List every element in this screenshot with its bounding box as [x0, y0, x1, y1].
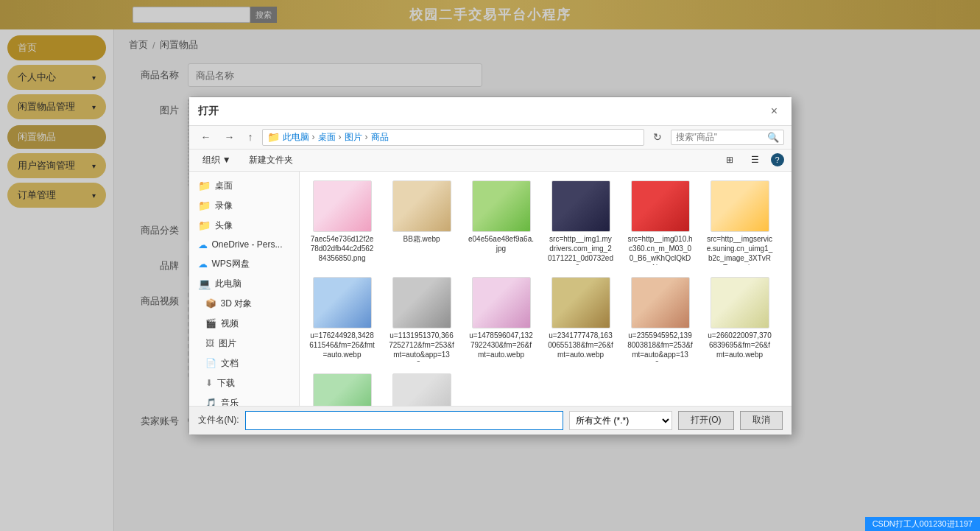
- sidebar-camera-folder[interactable]: 📁 录像: [189, 196, 299, 216]
- file-name: u=176244928,3428611546&fm=26&fmt=auto.we…: [309, 331, 376, 359]
- file-item[interactable]: u=176244928,3428611546&fm=26&fmt=auto.we…: [306, 274, 379, 365]
- dialog-cancel-button[interactable]: 取消: [740, 411, 783, 430]
- nav-back-button[interactable]: ←: [197, 130, 216, 144]
- file-item[interactable]: 7aec54e736d12f2e78d02dfb44c2d56284356850…: [306, 177, 379, 268]
- sidebar-documents[interactable]: 📄 文档: [189, 354, 299, 373]
- sidebar-item-label: 此电脑: [215, 278, 242, 290]
- file-name: e04e56ae48ef9a6a.jpg: [468, 234, 535, 253]
- file-item[interactable]: BB霜.webp: [385, 177, 459, 268]
- file-thumbnail: [313, 373, 372, 406]
- file-name: u=1478596047,1327922430&fm=26&fmt=auto.w…: [468, 331, 535, 359]
- file-name: u=1131951370,3667252712&fm=253&fmt=auto&…: [389, 331, 455, 362]
- path-desktop[interactable]: 桌面: [318, 131, 336, 144]
- folder-3d-icon: 📦: [205, 298, 216, 309]
- path-pc[interactable]: 此电脑: [283, 131, 309, 144]
- file-thumbnail: [631, 180, 690, 232]
- file-name: src=http__imgservice.suning.cn_uimg1_b2c…: [707, 234, 773, 265]
- dialog-body: 📁 桌面 📁 录像 📁 头像 ☁ OneDrive - Pers... ☁: [189, 172, 792, 406]
- folder-icon: 📁: [198, 200, 211, 211]
- file-thumbnail: [711, 180, 769, 232]
- path-goods[interactable]: 商品: [371, 131, 389, 144]
- sidebar-item-label: 桌面: [215, 180, 233, 192]
- dialog-search-bar: 🔍: [671, 130, 784, 145]
- dialog-search-input[interactable]: [676, 132, 764, 142]
- folder-icon: 📁: [198, 180, 211, 191]
- images-icon: 🖼: [205, 338, 214, 348]
- downloads-icon: ⬇: [205, 378, 213, 388]
- file-name: u=2341777478,16300655138&fm=26&fmt=auto.…: [548, 331, 614, 359]
- cloud-icon: ☁: [198, 239, 208, 250]
- documents-icon: 📄: [205, 358, 216, 368]
- new-folder-button[interactable]: 新建文件夹: [243, 152, 299, 168]
- dialog-sidebar: 📁 桌面 📁 录像 📁 头像 ☁ OneDrive - Pers... ☁: [189, 172, 300, 406]
- sidebar-avatar-folder[interactable]: 📁 头像: [189, 216, 299, 236]
- file-item[interactable]: u=1478596047,1327922430&fm=26&fmt=auto.w…: [465, 274, 538, 365]
- sidebar-item-label: 图片: [219, 337, 236, 350]
- dialog-bottom-bar: 文件名(N): 所有文件 (*.*) 打开(O) 取消: [189, 406, 792, 435]
- file-name: BB霜.webp: [403, 234, 440, 244]
- file-item[interactable]: u=2660220097,3706839695&fm=26&fmt=auto.w…: [703, 274, 777, 365]
- sidebar-item-label: 头像: [215, 219, 233, 232]
- sidebar-my-pc[interactable]: 💻 此电脑: [189, 274, 299, 294]
- computer-icon: 💻: [198, 278, 211, 289]
- sidebar-wps[interactable]: ☁ WPS网盘: [189, 254, 299, 274]
- view-list-button[interactable]: ☰: [745, 153, 765, 166]
- file-item[interactable]: e04e56ae48ef9a6a.jpg: [465, 177, 538, 268]
- organize-button[interactable]: 组织 ▼: [197, 152, 237, 168]
- dialog-overlay: 打开 × ← → ↑ 📁 此电脑 › 桌面 › 图片 › 商品 ↻ 🔍: [0, 0, 980, 531]
- file-thumbnail: [472, 180, 531, 232]
- music-icon: 🎵: [205, 398, 216, 406]
- filename-label: 文件名(N):: [198, 414, 239, 426]
- sidebar-item-label: 视频: [221, 317, 239, 330]
- file-thumbnail: [392, 277, 451, 328]
- filetype-select[interactable]: 所有文件 (*.*): [569, 411, 672, 430]
- sidebar-desktop-folder[interactable]: 📁 桌面: [189, 176, 299, 196]
- file-thumbnail: [313, 277, 372, 328]
- file-name: src=http__img010.hc360.cn_m_M03_00_B6_wK…: [627, 234, 694, 265]
- file-item[interactable]: src=http__img1.mydrivers.com_img_2017122…: [544, 177, 618, 268]
- sidebar-3d-obj[interactable]: 📦 3D 对象: [189, 294, 299, 314]
- view-toggle-button[interactable]: ⊞: [720, 153, 739, 166]
- dialog-action-bar: 组织 ▼ 新建文件夹 ⊞ ☰ ?: [189, 150, 792, 172]
- file-item[interactable]: u=3869140238,3344763032&fm=253&fmt=auto&…: [385, 370, 459, 406]
- sidebar-downloads[interactable]: ⬇ 下载: [189, 373, 299, 393]
- dialog-nav-bar: ← → ↑ 📁 此电脑 › 桌面 › 图片 › 商品 ↻ 🔍: [189, 126, 792, 150]
- dialog-close-button[interactable]: ×: [766, 103, 783, 119]
- file-thumbnail: [711, 277, 769, 328]
- dialog-open-button[interactable]: 打开(O): [678, 411, 733, 430]
- filename-input[interactable]: [245, 411, 564, 430]
- file-item[interactable]: src=http__imgservice.suning.cn_uimg1_b2c…: [703, 177, 777, 268]
- folder-icon: 📁: [198, 219, 211, 231]
- sidebar-videos[interactable]: 🎬 视频: [189, 314, 299, 334]
- dialog-title-bar: 打开 ×: [189, 97, 792, 126]
- sidebar-item-label: 3D 对象: [221, 298, 253, 310]
- file-name: u=2355945952,1398003818&fm=253&fmt=auto&…: [627, 331, 694, 362]
- file-thumbnail: [392, 180, 451, 232]
- file-item[interactable]: u=2355945952,1398003818&fm=253&fmt=auto&…: [624, 274, 697, 365]
- cloud-icon: ☁: [198, 259, 208, 270]
- help-button[interactable]: ?: [771, 153, 784, 166]
- nav-up-button[interactable]: ↑: [244, 130, 258, 144]
- file-dialog: 打开 × ← → ↑ 📁 此电脑 › 桌面 › 图片 › 商品 ↻ 🔍: [188, 96, 792, 435]
- sidebar-item-label: WPS网盘: [212, 258, 250, 270]
- dialog-title: 打开: [198, 105, 219, 118]
- path-images[interactable]: 图片: [345, 131, 362, 144]
- file-item[interactable]: u=2341777478,16300655138&fm=26&fmt=auto.…: [544, 274, 618, 365]
- file-thumbnail: [313, 180, 372, 232]
- file-item[interactable]: u=3403089434,6445768308&fm=268&gp=0.jpg: [306, 370, 379, 406]
- sidebar-item-label: 录像: [215, 200, 233, 212]
- watermark-text: CSDN打工人001230进1197: [873, 519, 973, 528]
- watermark-bar: CSDN打工人001230进1197: [865, 517, 980, 531]
- sidebar-music[interactable]: 🎵 音乐: [189, 393, 299, 406]
- file-item[interactable]: src=http__img010.hc360.cn_m_M03_00_B6_wK…: [624, 177, 697, 268]
- sidebar-images[interactable]: 🖼 图片: [189, 334, 299, 354]
- nav-refresh-button[interactable]: ↻: [649, 130, 666, 144]
- nav-forward-button[interactable]: →: [220, 130, 239, 144]
- file-thumbnail: [472, 277, 531, 328]
- sidebar-onedrive[interactable]: ☁ OneDrive - Pers...: [189, 236, 299, 254]
- file-thumbnail: [392, 373, 451, 406]
- sidebar-item-label: OneDrive - Pers...: [212, 239, 283, 250]
- videos-icon: 🎬: [205, 318, 216, 328]
- file-item[interactable]: u=1131951370,3667252712&fm=253&fmt=auto&…: [385, 274, 459, 365]
- file-name: src=http__img1.mydrivers.com_img_2017122…: [548, 234, 614, 265]
